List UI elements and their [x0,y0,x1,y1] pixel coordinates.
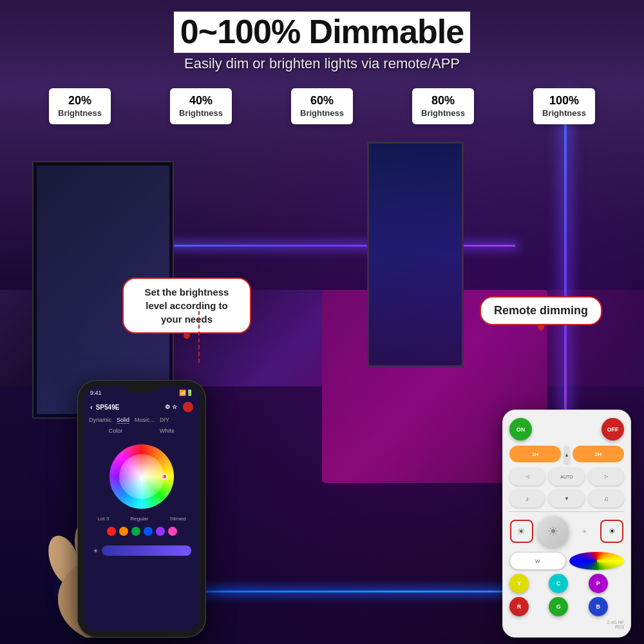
w-label: W [535,558,540,564]
color-selector-dot [161,473,167,480]
header-section: 0~100% Dimmable Easily dim or brighten l… [0,0,644,79]
sublabel-lot: Lot 3 [98,516,109,522]
preset-blue[interactable] [144,527,153,536]
phone-tabs[interactable]: Dynamic Solid Music... DIY [84,415,200,426]
remote-multicolor-button[interactable] [569,552,625,570]
remote-2h-button[interactable]: 2H [573,446,624,462]
g-label: G [556,603,561,610]
preset-purple[interactable] [156,527,165,536]
remote-1h-button[interactable]: 1H [509,446,561,462]
1h-label: 1H [532,451,538,457]
remote-mode-right-button[interactable]: ▷ [589,468,624,486]
remote-music-left-button[interactable]: ♪ [509,489,545,507]
tab-solid[interactable]: Solid [117,417,129,424]
phone-app-header: ‹ SP549E ⚙ ☆ [84,399,200,415]
remote-mode-left-button[interactable]: ◁ [509,468,545,486]
remote-onoff-row: ON OFF [509,418,624,440]
dim-big-icon: ☀ [547,524,559,539]
remote-speed-down-button[interactable]: ▼ [549,489,584,507]
remote-c-button[interactable]: C [549,574,568,593]
2h-label: 2H [595,451,601,457]
preset-pink[interactable] [168,527,177,536]
c-label: C [556,580,561,587]
remote-color-row1: Y C P [509,574,624,593]
back-arrow[interactable]: ‹ [90,403,93,411]
remote-color-row2: R G B [509,597,624,616]
color-wheel[interactable] [109,444,174,509]
remote-mode-row: ◁ AUTO ▷ [509,468,624,486]
mode-left-label: ◁ [526,474,529,479]
brightness-row: 20% Brightness 40% Brightness 60% Bright… [0,79,644,124]
music-right-label: ♫ [604,495,609,502]
phone-time: 9:41 [90,390,102,396]
tab-dynamic[interactable]: Dynamic [89,417,111,424]
main-title: 0~100% Dimmable [174,12,470,53]
remote-speed-up-button[interactable]: ▲ [564,446,569,464]
remote-b-button[interactable]: B [589,597,608,616]
remote-w-row: W [509,552,624,570]
remote-r-button[interactable]: R [509,597,529,616]
phone-frame: 9:41 📶🔋 ‹ SP549E ⚙ ☆ Dynamic Solid Music… [77,380,206,638]
remote-dimming-tooltip: Remote dimming [480,296,602,325]
power-btn[interactable] [183,402,193,412]
remote-g-button[interactable]: G [549,597,568,616]
remote-timer-row: 1H ▲ 2H [509,446,624,464]
brightness-slider[interactable] [102,545,191,556]
y-label: Y [517,580,521,587]
dim-up-icon: ☀ [582,528,587,535]
preset-red[interactable] [107,527,116,536]
tooltip-connector-line [198,311,200,363]
app-name-label: SP549E [96,404,120,411]
main-title-text: 0~100% Dimmable [180,13,464,50]
remote-auto-button[interactable]: AUTO [549,468,584,486]
on-label: ON [516,426,526,433]
remote-divider [509,511,624,512]
preset-green[interactable] [131,527,140,536]
brightness-label-80: 80% Brightness [412,88,474,124]
sub-title-text: Easily dim or brighten lights via remote… [184,55,460,71]
phone-screen: 9:41 📶🔋 ‹ SP549E ⚙ ☆ Dynamic Solid Music… [84,386,200,631]
remote-on-button[interactable]: ON [509,418,532,440]
brand-text: 2.4G RF [607,620,624,625]
remote-container: ON OFF 1H ▲ 2H ◁ AUTO ▷ [502,410,631,638]
sun-icon-small: ☀ [93,547,99,554]
music-left-label: ♪ [526,495,529,502]
brightness-sun-icon: ☀ [609,527,616,536]
app-brightness-tooltip: Set the brightness level according to yo… [122,278,251,334]
remote-y-button[interactable]: Y [509,574,529,593]
remote-dim-down-button[interactable]: ☀ [510,520,533,543]
remote-music-right-button[interactable]: ♫ [589,489,624,507]
r-label: R [517,603,522,610]
preset-orange[interactable] [119,527,128,536]
remote-p-button[interactable]: P [589,574,608,593]
remote-off-button[interactable]: OFF [601,418,624,440]
remote-w-button[interactable]: W [509,552,566,570]
off-label: OFF [607,426,619,433]
tab-diy[interactable]: DIY [160,417,169,424]
app-tooltip-text: Set the brightness level according to yo… [145,287,229,325]
tab-music[interactable]: Music... [135,417,155,424]
brightness-label-20: 20% Brightness [49,88,111,124]
remote-brand-label: 2.4G RF RD3 [509,620,624,629]
brightness-label-40: 40% Brightness [170,88,232,124]
auto-label: AUTO [560,475,573,479]
phone-sublabel-row: Lot 3 Regular Stimed [87,516,196,522]
brightness-indicator-box: ☀ [600,520,623,543]
remote-music-row: ♪ ▼ ♫ [509,489,624,507]
remote-body: ON OFF 1H ▲ 2H ◁ AUTO ▷ [502,410,631,638]
sublabel-regular: Regular [130,516,148,522]
phone-body: Lot 3 Regular Stimed ☀ [84,436,200,631]
phone-icons: 📶🔋 [179,390,193,396]
remote-dim-up-button[interactable]: ☀ [573,520,596,543]
brightness-label-60: 60% Brightness [291,88,353,124]
brightness-label-100: 100% Brightness [533,88,595,124]
remote-dimmer-section: ☀ ☀ ☀ ☀ [509,516,624,547]
white-label[interactable]: White [160,428,175,434]
dim-down-icon: ☀ [517,526,526,536]
color-white-toggle: Color White [84,426,200,436]
remote-dim-big-button[interactable]: ☀ [538,516,569,547]
color-label[interactable]: Color [109,428,123,434]
app-header-icons: ⚙ ☆ [165,404,177,410]
color-presets-row [107,527,177,536]
phone-container: 9:41 📶🔋 ‹ SP549E ⚙ ☆ Dynamic Solid Music… [64,380,245,638]
